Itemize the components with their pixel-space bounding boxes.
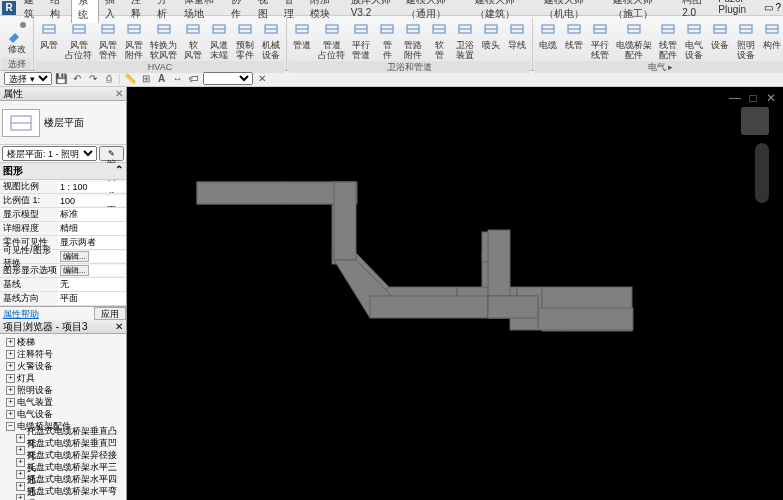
plumbing-button-7[interactable]: 喷头 xyxy=(478,18,504,61)
collapse-icon[interactable]: ⌃ xyxy=(115,164,123,175)
tree-expander-icon[interactable]: + xyxy=(16,446,25,455)
plumbing-button-3[interactable]: 管件 xyxy=(374,18,400,61)
svg-rect-70 xyxy=(197,182,357,204)
instance-select[interactable]: 楼层平面: 1 - 照明 xyxy=(2,146,97,161)
plumbing-button-5[interactable]: 软管 xyxy=(426,18,452,61)
plumbing-button-8[interactable]: 导线 xyxy=(504,18,530,61)
hvac-button-4[interactable]: 转换为软风管 xyxy=(147,18,180,61)
qat-select[interactable]: 选择 ▾ xyxy=(4,72,52,85)
prop-row-8[interactable]: 基线方向平面 xyxy=(0,292,126,306)
tree-expander-icon[interactable]: + xyxy=(16,494,25,501)
help-icon[interactable]: ? xyxy=(775,2,781,13)
apply-button[interactable]: 应用 xyxy=(94,307,126,320)
prop-value[interactable]: 编辑... xyxy=(58,265,126,276)
tree-expander-icon[interactable]: + xyxy=(16,482,25,491)
type-selector[interactable]: 楼层平面 xyxy=(0,101,126,145)
align-icon[interactable]: ⊞ xyxy=(139,72,153,86)
tree-expander-icon[interactable]: + xyxy=(6,362,15,371)
hvac-button-8[interactable]: 机械设备 xyxy=(258,18,284,61)
electrical-button-6[interactable]: 设备 xyxy=(707,18,733,61)
navigation-bar[interactable] xyxy=(755,143,769,203)
prop-value[interactable]: 显示两者 xyxy=(58,236,126,249)
plumbing-button-2[interactable]: 平行管道 xyxy=(348,18,374,61)
prop-row-7[interactable]: 基线无 xyxy=(0,278,126,292)
hvac-button-0[interactable]: 风管 xyxy=(36,18,62,61)
tree-expander-icon[interactable]: + xyxy=(6,386,15,395)
view-cube[interactable] xyxy=(741,107,769,135)
prop-value[interactable]: 编辑... xyxy=(58,251,126,262)
plumbing-button-6[interactable]: 卫浴装置 xyxy=(452,18,478,61)
hvac-button-3[interactable]: 风管附件 xyxy=(121,18,147,61)
tree-expander-icon[interactable]: + xyxy=(16,434,25,443)
hvac-button-2[interactable]: 风管管件 xyxy=(95,18,121,61)
close-panel-icon[interactable]: ✕ xyxy=(255,72,269,86)
save-icon[interactable]: 💾 xyxy=(54,72,68,86)
plumbing-button-1[interactable]: 管道占位符 xyxy=(315,18,348,61)
tree-expander-icon[interactable]: + xyxy=(6,374,15,383)
tree-item-5[interactable]: +电气装置 xyxy=(0,396,126,408)
tree-item-1[interactable]: +注释符号 xyxy=(0,348,126,360)
close-icon[interactable]: ✕ xyxy=(115,88,123,99)
electrical-button-5[interactable]: 电气设备 xyxy=(681,18,707,61)
prop-row-6[interactable]: 图形显示选项编辑... xyxy=(0,264,126,278)
plumbing-button-0[interactable]: 管道 xyxy=(289,18,315,61)
text-icon[interactable]: A xyxy=(155,72,169,86)
tree-expander-icon[interactable]: + xyxy=(6,350,15,359)
prop-value[interactable]: 精细 xyxy=(58,222,126,235)
electrical-button-4[interactable]: 线管配件 xyxy=(655,18,681,61)
prop-row-5[interactable]: 可见性/图形替换编辑... xyxy=(0,250,126,264)
undo-icon[interactable]: ↶ xyxy=(70,72,84,86)
prop-row-3[interactable]: 详细程度精细 xyxy=(0,222,126,236)
tree-expander-icon[interactable]: − xyxy=(6,422,15,431)
electrical-button-8[interactable]: 构件 xyxy=(759,18,783,61)
tree-expander-icon[interactable]: + xyxy=(16,458,25,467)
hvac-button-6[interactable]: 风道末端 xyxy=(206,18,232,61)
tree-item-13[interactable]: +托盘式电缆桥架水平弯通 xyxy=(0,492,126,500)
hvac-button-5[interactable]: 软风管 xyxy=(180,18,206,61)
tree-expander-icon[interactable]: + xyxy=(6,338,15,347)
modify-button[interactable]: 修改 xyxy=(2,18,31,58)
maximize-view-icon[interactable]: □ xyxy=(745,91,761,107)
edit-type-button[interactable]: ✎ 编辑类型 xyxy=(99,146,124,161)
prop-value[interactable]: 1 : 100 xyxy=(58,182,126,192)
close-view-icon[interactable]: ✕ xyxy=(763,91,779,107)
print-icon[interactable]: ⎙ xyxy=(102,72,116,86)
tree-expander-icon[interactable]: + xyxy=(16,470,25,479)
select-group-label[interactable]: 选择 ▾ xyxy=(2,58,31,70)
prop-row-0[interactable]: 视图比例1 : 100 xyxy=(0,180,126,194)
electrical-button-2[interactable]: 平行线管 xyxy=(587,18,613,61)
prop-value[interactable]: 标准 xyxy=(58,208,126,221)
tree-item-3[interactable]: +灯具 xyxy=(0,372,126,384)
measure-icon[interactable]: 📏 xyxy=(123,72,137,86)
electrical-button-0[interactable]: 电缆 xyxy=(535,18,561,61)
minimize-icon[interactable]: ▭ xyxy=(764,2,773,13)
hvac-button-1[interactable]: 风管占位符 xyxy=(62,18,95,61)
tag-icon[interactable]: 🏷 xyxy=(187,72,201,86)
qat-filter-select[interactable] xyxy=(203,72,253,85)
prop-value[interactable]: 100 xyxy=(58,196,126,206)
tree-expander-icon[interactable]: + xyxy=(6,410,15,419)
dim-icon[interactable]: ↔ xyxy=(171,72,185,86)
plumbing-button-4[interactable]: 管路附件 xyxy=(400,18,426,61)
drawing-canvas[interactable]: — □ ✕ xyxy=(127,87,783,500)
tree-item-6[interactable]: +电气设备 xyxy=(0,408,126,420)
close-icon[interactable]: ✕ xyxy=(115,321,123,332)
properties-help-link[interactable]: 属性帮助 xyxy=(0,307,42,320)
tree-expander-icon[interactable]: + xyxy=(6,398,15,407)
prop-row-2[interactable]: 显示模型标准 xyxy=(0,208,126,222)
prop-value[interactable]: 无 xyxy=(58,278,126,291)
prop-edit-button[interactable]: 编辑... xyxy=(60,265,89,276)
minimize-view-icon[interactable]: — xyxy=(727,91,743,107)
prop-row-1[interactable]: 比例值 1:100 xyxy=(0,194,126,208)
electrical-button-3[interactable]: 电缆桥架配件 xyxy=(613,18,655,61)
prop-edit-button[interactable]: 编辑... xyxy=(60,251,89,262)
tree-item-4[interactable]: +照明设备 xyxy=(0,384,126,396)
redo-icon[interactable]: ↷ xyxy=(86,72,100,86)
hvac-button-7[interactable]: 预制零件 xyxy=(232,18,258,61)
tree-item-2[interactable]: +火警设备 xyxy=(0,360,126,372)
electrical-button-7[interactable]: 照明设备 xyxy=(733,18,759,61)
prop-value[interactable]: 平面 xyxy=(58,292,126,305)
tree-item-0[interactable]: +楼梯 xyxy=(0,336,126,348)
electrical-button-1[interactable]: 线管 xyxy=(561,18,587,61)
app-logo[interactable]: R xyxy=(2,1,16,15)
